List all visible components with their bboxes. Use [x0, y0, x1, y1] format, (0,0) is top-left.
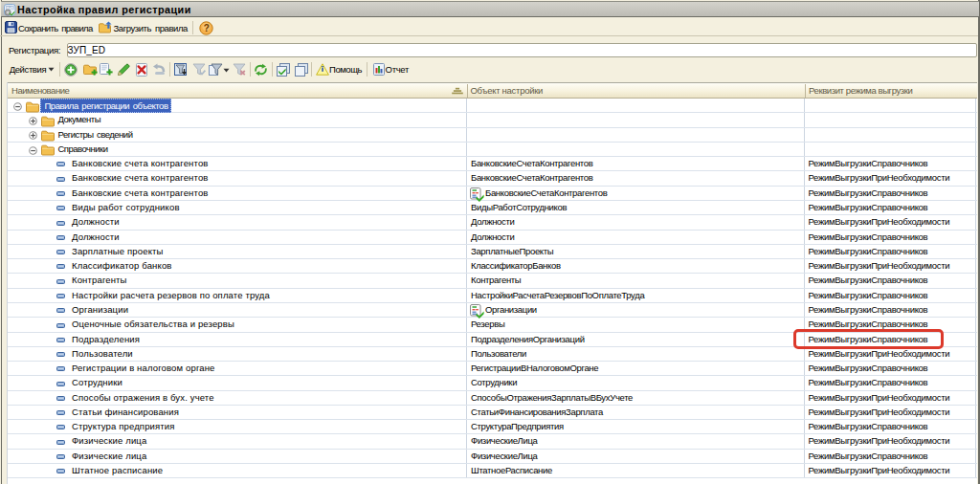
- svg-text:?: ?: [203, 23, 209, 33]
